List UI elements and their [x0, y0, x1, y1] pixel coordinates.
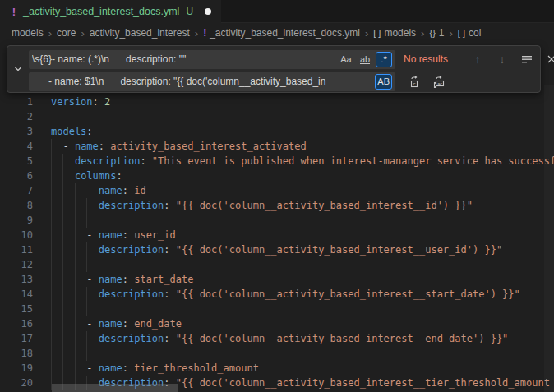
breadcrumb-item[interactable]: models — [12, 27, 44, 39]
breadcrumb-item[interactable]: core — [57, 27, 76, 39]
replace-input[interactable]: - name: $1\n description: "{{ doc('colum… — [29, 72, 395, 91]
line-number[interactable]: 3 — [0, 124, 33, 139]
replace-all-button[interactable]: ac — [430, 72, 450, 90]
indent-guide — [62, 213, 63, 228]
code-line[interactable]: 11 description: "{{ doc('column__activit… — [0, 242, 554, 257]
breadcrumb-label: _activity_based_interest_docs.yml — [210, 27, 360, 39]
previous-match-button[interactable]: ↑ — [468, 50, 487, 68]
code-line[interactable]: 1version: 2 — [0, 95, 554, 109]
indent-guide — [86, 213, 87, 228]
indent-guide — [75, 257, 76, 272]
match-case-button[interactable]: Aa — [338, 52, 354, 67]
breadcrumb-item[interactable]: !_activity_based_interest_docs.yml — [203, 27, 360, 39]
breadcrumb-item[interactable]: [ ]models — [373, 27, 416, 39]
tab-active-file[interactable]: ! _activity_based_interest_docs.yml U — [0, 0, 221, 23]
next-match-button[interactable]: ↓ — [492, 50, 512, 68]
symbol-array-icon: [ ] — [373, 28, 381, 38]
line-number[interactable]: 16 — [0, 316, 33, 331]
line-number[interactable]: 11 — [0, 242, 33, 257]
code-line-text: - name: start_date — [51, 272, 193, 287]
line-number[interactable]: 20 — [0, 376, 33, 390]
line-number[interactable]: 4 — [0, 139, 33, 154]
line-number[interactable]: 9 — [0, 213, 33, 228]
horizontal-scrollbar-thumb[interactable] — [52, 384, 178, 392]
code-line[interactable]: 4 - name: activity_based_interest_activa… — [0, 139, 554, 154]
breadcrumb-label: col — [469, 27, 481, 39]
breadcrumb-item[interactable]: activity_based_interest — [90, 27, 190, 39]
code-line[interactable]: 5 description: "This event is published … — [0, 154, 554, 168]
line-number[interactable]: 5 — [0, 154, 33, 168]
code-line-text: - name: activity_based_interest_activate… — [51, 139, 307, 154]
line-number[interactable]: 1 — [0, 95, 33, 109]
code-line[interactable]: 16 - name: end_date — [0, 316, 554, 331]
whole-word-button[interactable]: ab — [357, 52, 373, 67]
code-line[interactable]: 19 - name: tier_threshold_amount — [0, 361, 554, 376]
code-line[interactable]: 3models: — [0, 124, 554, 139]
indent-guide — [75, 302, 76, 316]
line-number[interactable]: 10 — [0, 228, 33, 242]
breadcrumb-label: models — [384, 27, 416, 39]
indent-guide — [75, 213, 76, 228]
line-number[interactable]: 12 — [0, 257, 33, 272]
breadcrumb-separator-icon: › — [450, 27, 453, 39]
line-number[interactable]: 6 — [0, 168, 33, 183]
breadcrumb-separator-icon: › — [48, 27, 52, 39]
indent-guide — [62, 302, 63, 316]
breadcrumb-separator-icon: › — [81, 27, 84, 39]
code-line[interactable]: 6 columns: — [0, 168, 554, 183]
breadcrumb-item[interactable]: [ ]col — [458, 27, 482, 39]
find-results-status: No results — [404, 53, 463, 65]
vertical-scrollbar[interactable] — [544, 85, 554, 392]
yaml-file-icon: ! — [203, 27, 206, 39]
code-line[interactable]: 7 - name: id — [0, 183, 554, 198]
breadcrumb-label: core — [57, 27, 76, 39]
close-icon — [547, 54, 554, 64]
use-regex-button[interactable]: .* — [376, 52, 392, 67]
yaml-file-icon: ! — [10, 6, 18, 18]
git-status-badge: U — [186, 6, 193, 17]
indent-guide — [86, 302, 87, 316]
indent-guide — [86, 257, 87, 272]
line-number[interactable]: 7 — [0, 183, 33, 198]
code-line[interactable]: 13 - name: start_date — [0, 272, 554, 287]
preserve-case-button[interactable]: AB — [375, 74, 392, 90]
line-number[interactable]: 2 — [0, 109, 33, 124]
line-number[interactable]: 18 — [0, 346, 33, 361]
svg-text:ac: ac — [437, 81, 442, 85]
find-in-selection-icon — [521, 54, 533, 64]
replace-all-icon: ac — [432, 76, 447, 88]
find-query-text: \s{6}- name: (.*)\n description: "" — [32, 53, 338, 65]
code-line[interactable]: 2 — [0, 109, 554, 124]
code-line-text: - name: user_id — [51, 228, 176, 242]
line-number[interactable]: 14 — [0, 287, 33, 302]
code-line[interactable]: 12 — [0, 257, 554, 272]
breadcrumb-item[interactable]: {}1 — [429, 27, 444, 39]
code-line[interactable]: 9 — [0, 213, 554, 228]
close-find-widget-button[interactable] — [542, 50, 554, 68]
code-line-text: description: "{{ doc('column__activity_b… — [51, 331, 508, 346]
unsaved-changes-dot-icon[interactable] — [205, 8, 211, 15]
line-number[interactable]: 19 — [0, 361, 33, 376]
replace-button[interactable]: c — [405, 72, 425, 90]
line-number[interactable]: 15 — [0, 302, 33, 316]
line-number[interactable]: 17 — [0, 331, 33, 346]
find-in-selection-button[interactable] — [517, 50, 537, 68]
line-number[interactable]: 13 — [0, 272, 33, 287]
indent-guide — [62, 257, 63, 272]
code-line[interactable]: 15 — [0, 302, 554, 316]
find-input[interactable]: \s{6}- name: (.*)\n description: "" Aa a… — [29, 50, 395, 69]
code-editor[interactable]: 1version: 223models:4 - name: activity_b… — [0, 43, 554, 392]
code-line[interactable]: 17 description: "{{ doc('column__activit… — [0, 331, 554, 346]
svg-text:c: c — [413, 81, 415, 86]
code-line[interactable]: 18 — [0, 346, 554, 361]
indent-guide — [75, 346, 76, 361]
toggle-replace-button[interactable] — [9, 46, 27, 92]
indent-guide — [51, 257, 52, 272]
code-line[interactable]: 10 - name: user_id — [0, 228, 554, 242]
code-line[interactable]: 8 description: "{{ doc('column__activity… — [0, 198, 554, 213]
line-number[interactable]: 8 — [0, 198, 33, 213]
code-line-text: - name: end_date — [51, 316, 182, 331]
code-line[interactable]: 14 description: "{{ doc('column__activit… — [0, 287, 554, 302]
breadcrumb: models›core›activity_based_interest›!_ac… — [0, 23, 554, 43]
code-line-text: version: 2 — [51, 95, 110, 109]
